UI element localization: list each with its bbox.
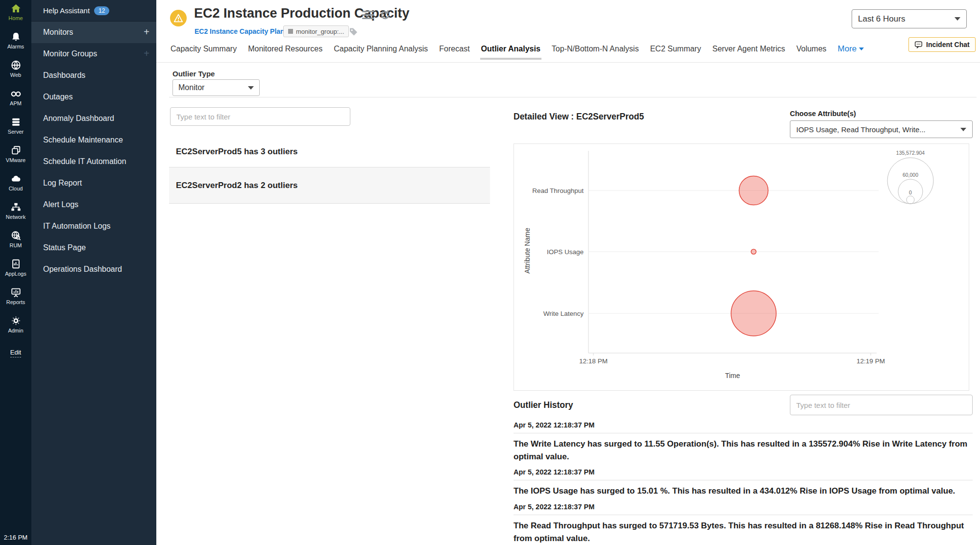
history-divider	[514, 515, 973, 515]
sidebar-item-anomaly-dashboard[interactable]: Anomaly Dashboard	[31, 108, 156, 129]
rail-item-label: RUM	[9, 242, 22, 248]
outlier-list-item[interactable]: EC2ServerProd5 has 3 outliers	[169, 137, 490, 167]
incident-chat-button[interactable]: Incident Chat	[908, 37, 976, 52]
chip-square-icon	[288, 29, 293, 34]
rail-item-vmware[interactable]: VMware	[0, 142, 31, 170]
section-divider	[169, 97, 977, 97]
category-label: Write Latency	[543, 310, 584, 317]
bubble-read-throughput[interactable]	[739, 176, 768, 205]
rail-item-label: Network	[6, 214, 25, 220]
chevron-down-icon	[859, 47, 864, 50]
category-label: IOPS Usage	[547, 248, 584, 256]
rail-item-cloud[interactable]: Cloud	[0, 170, 31, 199]
sidebar-item-schedule-maintenance[interactable]: Schedule Maintenance	[31, 129, 156, 151]
sidebar-item-label: Dashboards	[43, 71, 85, 80]
monitor-group-chip[interactable]: monitor_group:...	[283, 25, 349, 37]
sidebar-item-monitors[interactable]: Monitors +	[31, 22, 156, 43]
time-range-select[interactable]: Last 6 Hours	[852, 9, 967, 28]
tab-capacity-summary[interactable]: Capacity Summary	[171, 45, 237, 53]
menu-icon[interactable]	[362, 11, 374, 21]
sidebar-item-monitor-groups[interactable]: Monitor Groups +	[31, 43, 156, 65]
choose-attributes-label: Choose Attribute(s)	[790, 110, 856, 118]
rail-item-server[interactable]: Server	[0, 114, 31, 142]
sidebar-item-operations-dashboard[interactable]: Operations Dashboard	[31, 259, 156, 280]
chart-x-axis-label: Time	[725, 372, 740, 379]
reports-icon	[10, 287, 22, 298]
sidebar-item-label: Log Report	[43, 179, 82, 188]
rail-item-label: Server	[8, 129, 24, 135]
rail-item-apm[interactable]: APM	[0, 85, 31, 114]
home-icon	[10, 3, 22, 14]
x-tick-label: 12:19 PM	[857, 357, 885, 365]
outlier-type-select[interactable]: Monitor	[172, 79, 260, 96]
tab-monitored-resources[interactable]: Monitored Resources	[248, 45, 322, 53]
history-filter-input[interactable]	[790, 395, 973, 415]
tag-icon[interactable]	[348, 27, 359, 39]
rail-edit[interactable]: Edit	[0, 348, 31, 356]
sidebar-item-status-page[interactable]: Status Page	[31, 237, 156, 259]
rail-item-applogs[interactable]: AppLogs	[0, 256, 31, 284]
chevron-down-icon	[248, 86, 254, 90]
sidebar-item-it-automation-logs[interactable]: IT Automation Logs	[31, 215, 156, 237]
sidebar-help-assistant[interactable]: Help Assistant 12	[31, 0, 156, 22]
tab-outlier-analysis[interactable]: Outlier Analysis	[481, 45, 540, 53]
tab-more[interactable]: More	[838, 44, 864, 54]
page-title: EC2 Instance Production Capacity	[194, 6, 410, 21]
list-filter-input[interactable]	[170, 107, 350, 126]
outlier-item-label: EC2ServerProd5 has 3 outliers	[176, 147, 298, 157]
sidebar-item-label: Schedule IT Automation	[43, 157, 126, 166]
rail-item-label: Alarms	[7, 44, 24, 49]
applogs-icon	[10, 259, 22, 269]
tab-ec2-summary[interactable]: EC2 Summary	[650, 45, 701, 53]
history-divider	[514, 480, 973, 480]
plus-icon[interactable]: +	[144, 48, 149, 59]
bubble-iops-usage[interactable]	[751, 249, 756, 254]
bubble-write-latency[interactable]	[731, 291, 776, 336]
binoculars-icon	[10, 88, 22, 99]
time-range-value: Last 6 Hours	[858, 14, 955, 24]
history-entry-date: Apr 5, 2022 12:18:37 PM	[514, 421, 594, 429]
rail-item-rum[interactable]: RUM	[0, 227, 31, 256]
bell-icon	[10, 31, 22, 42]
chevron-down-icon	[955, 17, 960, 21]
tab-forecast[interactable]: Forecast	[439, 45, 469, 53]
history-entry-message: The Write Latency has surged to 11.55 Op…	[514, 438, 977, 463]
sidebar-item-outages[interactable]: Outages	[31, 86, 156, 108]
refresh-icon[interactable]	[379, 9, 391, 23]
outlier-list-item[interactable]: EC2ServerProd2 has 2 outliers	[169, 167, 490, 204]
globe-icon	[10, 60, 22, 71]
rail-item-label: Cloud	[9, 186, 23, 191]
rail-item-label: AppLogs	[5, 271, 26, 277]
tab-top-n-bottom-n[interactable]: Top-N/Bottom-N Analysis	[552, 45, 639, 53]
tab-capacity-planning-analysis[interactable]: Capacity Planning Analysis	[334, 45, 428, 53]
sidebar-item-label: Monitor Groups	[43, 49, 97, 58]
main-content: EC2 Instance Production Capacity EC2 Ins…	[156, 0, 980, 545]
tabs-divider	[156, 62, 980, 63]
rail-item-alarms[interactable]: Alarms	[0, 28, 31, 57]
legend-max-label: 135,572.904	[896, 150, 925, 156]
rail-item-reports[interactable]: Reports	[0, 284, 31, 312]
chip-label: monitor_group:...	[296, 28, 344, 35]
help-assistant-label: Help Assistant	[43, 6, 90, 15]
bubble-size-legend: 135,572.904 60,000 0	[887, 150, 933, 204]
rail-item-network[interactable]: Network	[0, 199, 31, 227]
sidebar-item-log-report[interactable]: Log Report	[31, 172, 156, 194]
rail-item-label: Home	[8, 15, 23, 21]
plus-icon[interactable]: +	[144, 26, 149, 38]
tab-bar: Capacity Summary Monitored Resources Cap…	[171, 44, 864, 54]
sidebar-item-alert-logs[interactable]: Alert Logs	[31, 194, 156, 215]
tab-volumes[interactable]: Volumes	[796, 45, 826, 53]
edit-label: Edit	[10, 349, 21, 357]
sidebar-item-label: Anomaly Dashboard	[43, 114, 114, 123]
rail-item-web[interactable]: Web	[0, 57, 31, 85]
rail-item-admin[interactable]: Admin	[0, 312, 31, 341]
tab-server-agent-metrics[interactable]: Server Agent Metrics	[712, 45, 785, 53]
rail-item-home[interactable]: Home	[0, 0, 31, 28]
sidebar-item-dashboards[interactable]: Dashboards	[31, 65, 156, 86]
outlier-type-label: Outlier Type	[172, 70, 215, 78]
outlier-item-label: EC2ServerProd2 has 2 outliers	[176, 181, 298, 190]
rail-item-label: Reports	[6, 299, 25, 305]
rail-item-label: APM	[10, 100, 22, 106]
sidebar-item-schedule-it-automation[interactable]: Schedule IT Automation	[31, 151, 156, 172]
choose-attributes-select[interactable]: IOPS Usage, Read Throughput, Write...	[790, 120, 973, 138]
